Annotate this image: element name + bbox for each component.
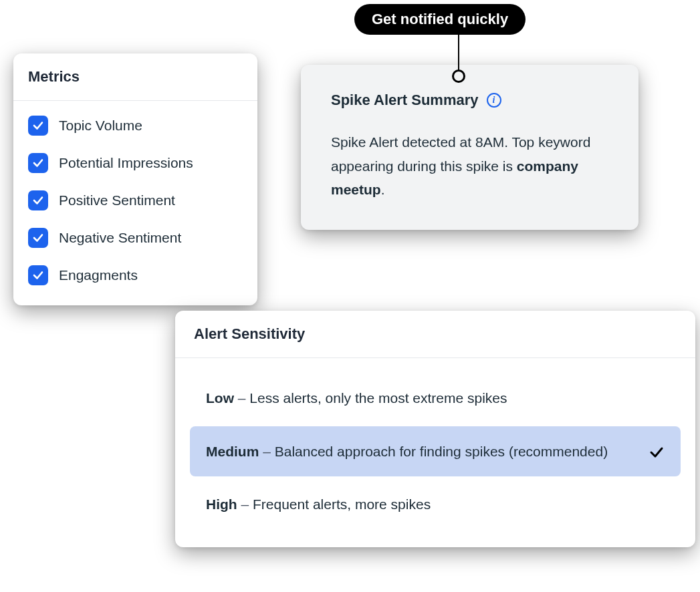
sensitivity-name: Medium bbox=[206, 444, 259, 459]
summary-title: Spike Alert Summary bbox=[331, 92, 479, 109]
metric-item-engagements[interactable]: Engagments bbox=[28, 265, 243, 285]
metrics-header: Metrics bbox=[13, 53, 257, 101]
check-icon bbox=[649, 444, 665, 460]
checkbox-icon[interactable] bbox=[28, 190, 48, 210]
callout-connector-line bbox=[458, 32, 459, 72]
sensitivity-desc: Balanced approach for finding spikes (re… bbox=[275, 444, 608, 459]
metric-label: Positive Sentiment bbox=[59, 192, 175, 208]
sensitivity-option-high[interactable]: High – Frequent alerts, more spikes bbox=[190, 479, 681, 530]
sensitivity-title: Alert Sensitivity bbox=[194, 325, 677, 343]
metric-label: Topic Volume bbox=[59, 118, 142, 134]
spike-alert-summary-card: Spike Alert Summary i Spike Alert detect… bbox=[301, 65, 638, 230]
metrics-title: Metrics bbox=[28, 68, 243, 86]
metric-item-negative-sentiment[interactable]: Negative Sentiment bbox=[28, 228, 243, 248]
metrics-list: Topic Volume Potential Impressions Posit… bbox=[13, 101, 257, 305]
sensitivity-option-low[interactable]: Low – Less alerts, only the most extreme… bbox=[190, 373, 681, 424]
summary-body: Spike Alert detected at 8AM. Top keyword… bbox=[331, 130, 608, 202]
summary-title-row: Spike Alert Summary i bbox=[331, 92, 608, 109]
sensitivity-desc: Less alerts, only the most extreme spike… bbox=[249, 390, 507, 406]
metric-item-potential-impressions[interactable]: Potential Impressions bbox=[28, 153, 243, 173]
sensitivity-option-medium[interactable]: Medium – Balanced approach for finding s… bbox=[190, 426, 681, 477]
sensitivity-name: High bbox=[206, 496, 237, 512]
metric-item-positive-sentiment[interactable]: Positive Sentiment bbox=[28, 190, 243, 210]
sensitivity-name: Low bbox=[206, 390, 234, 406]
metrics-card: Metrics Topic Volume Potential Impressio… bbox=[13, 53, 257, 305]
sensitivity-header: Alert Sensitivity bbox=[175, 311, 695, 358]
metric-label: Potential Impressions bbox=[59, 155, 193, 171]
sensitivity-desc: Frequent alerts, more spikes bbox=[253, 496, 431, 512]
checkbox-icon[interactable] bbox=[28, 228, 48, 248]
checkbox-icon[interactable] bbox=[28, 153, 48, 173]
checkbox-icon[interactable] bbox=[28, 116, 48, 136]
callout-connector-dot bbox=[452, 69, 465, 83]
alert-sensitivity-card: Alert Sensitivity Low – Less alerts, onl… bbox=[175, 311, 695, 547]
checkbox-icon[interactable] bbox=[28, 265, 48, 285]
callout-label: Get notified quickly bbox=[354, 4, 526, 35]
metric-label: Negative Sentiment bbox=[59, 230, 181, 246]
info-icon[interactable]: i bbox=[487, 93, 501, 108]
sensitivity-list: Low – Less alerts, only the most extreme… bbox=[175, 358, 695, 547]
summary-text-suffix: . bbox=[381, 182, 385, 197]
metric-label: Engagments bbox=[59, 267, 138, 283]
metric-item-topic-volume[interactable]: Topic Volume bbox=[28, 116, 243, 136]
